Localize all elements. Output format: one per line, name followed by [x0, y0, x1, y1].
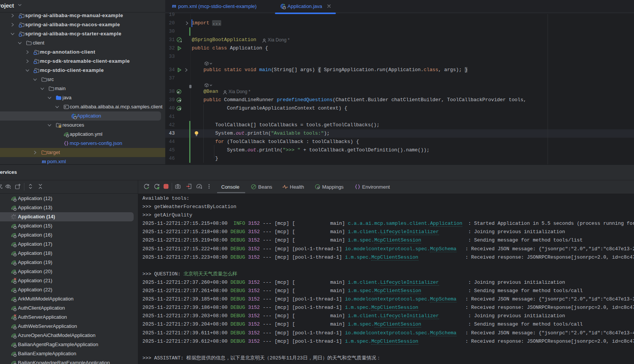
svg-text:m: m	[172, 3, 176, 9]
svg-text:m: m	[42, 159, 46, 164]
